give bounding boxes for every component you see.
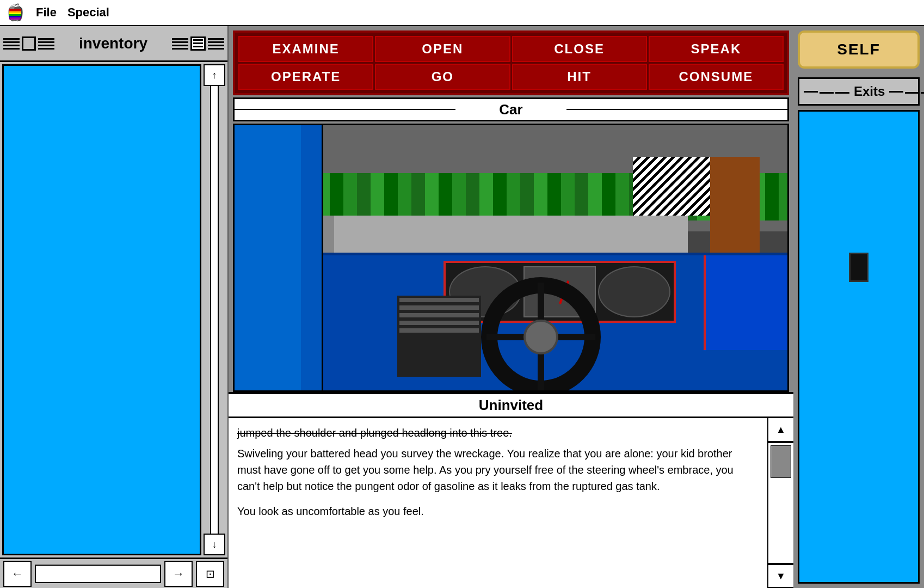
- dash-right-accent: [704, 255, 787, 350]
- self-button[interactable]: SELF: [798, 30, 920, 69]
- examine-button[interactable]: EXAMINE: [238, 36, 373, 62]
- text-scrollbar: ▲ ▼: [767, 418, 793, 588]
- right-panel: SELF Exits: [793, 26, 924, 588]
- consume-button[interactable]: CONSUME: [649, 64, 784, 90]
- car-body-left: [235, 125, 301, 390]
- hit-button[interactable]: HIT: [512, 64, 647, 90]
- line-6: [921, 92, 924, 94]
- open-button[interactable]: OPEN: [375, 36, 510, 62]
- down-arrow-icon: ↓: [212, 539, 217, 550]
- svg-rect-2: [9, 13, 21, 14]
- apple-logo-icon[interactable]: [5, 3, 25, 22]
- scroll-thumb[interactable]: [771, 445, 791, 478]
- inventory-header: inventory: [0, 26, 227, 62]
- center-panel: EXAMINE OPEN CLOSE SPEAK OPERATE GO HIT …: [229, 26, 793, 588]
- text-title: Uninvited: [229, 394, 793, 418]
- text-panel: Uninvited jumped the shoulder and plunge…: [229, 392, 793, 588]
- action-bar: EXAMINE OPEN CLOSE SPEAK OPERATE GO HIT …: [233, 30, 789, 95]
- lines-icon-left: [3, 38, 20, 50]
- text-content-wrapper: jumped the shoulder and plunged headlong…: [229, 418, 793, 588]
- inventory-bottom-bar: ← → ⊡: [0, 558, 227, 588]
- line-4: [889, 91, 903, 93]
- operate-button[interactable]: OPERATE: [238, 64, 373, 90]
- hatch-area: [633, 157, 710, 215]
- inventory-list[interactable]: [2, 64, 201, 555]
- doc-icon[interactable]: [190, 36, 206, 51]
- gauge-3: [598, 266, 670, 317]
- inv-left-button[interactable]: ←: [3, 561, 32, 587]
- exits-lines-right: [889, 89, 924, 94]
- text-scroll-down-button[interactable]: ▼: [768, 564, 793, 588]
- text-scroll-track: [768, 442, 793, 564]
- main-area: inventory ↑ ↓: [0, 26, 924, 588]
- lines-icon-far-right: [208, 38, 224, 50]
- exits-lines-left: [804, 89, 849, 94]
- game-image[interactable]: [233, 124, 789, 392]
- scroll-up-button[interactable]: ↑: [204, 64, 225, 86]
- inventory-scrollbar: ↑ ↓: [201, 62, 227, 558]
- svg-rect-3: [9, 14, 21, 16]
- lines-icon-right: [172, 38, 188, 50]
- inventory-content: ↑ ↓: [0, 62, 227, 558]
- steering-wheel: [481, 277, 601, 392]
- dashboard: [323, 253, 787, 390]
- line-1: [804, 91, 818, 93]
- location-name: Car: [492, 101, 529, 118]
- story-paragraph-2: You look as uncomfortable as you feel.: [237, 503, 759, 519]
- svg-rect-1: [9, 11, 21, 13]
- svg-rect-5: [9, 17, 21, 20]
- go-button[interactable]: GO: [375, 64, 510, 90]
- text-content: jumped the shoulder and plunged headlong…: [229, 418, 767, 588]
- car-pillar-a: [301, 125, 323, 390]
- copy-icon: ⊡: [206, 567, 215, 580]
- scroll-track: [210, 86, 219, 534]
- grid-icon[interactable]: [22, 36, 36, 51]
- line-5: [905, 92, 919, 94]
- svg-rect-4: [9, 16, 21, 17]
- exit-door-icon[interactable]: [849, 253, 868, 282]
- inventory-panel: inventory ↑ ↓: [0, 26, 229, 588]
- up-arrow-icon: ↑: [212, 70, 217, 81]
- svg-rect-0: [9, 9, 21, 11]
- scroll-down-button[interactable]: ↓: [204, 534, 225, 555]
- inv-copy-button[interactable]: ⊡: [196, 561, 224, 587]
- exits-label: Exits: [854, 84, 885, 99]
- exits-header: Exits: [798, 77, 920, 106]
- menubar: File Special: [0, 0, 924, 26]
- inv-text-field[interactable]: [35, 565, 161, 583]
- speak-button[interactable]: SPEAK: [649, 36, 784, 62]
- file-menu[interactable]: File: [36, 5, 57, 20]
- right-arrow-icon: →: [173, 567, 184, 581]
- location-bar: Car: [233, 97, 789, 121]
- gearshift-area: [397, 296, 481, 377]
- inventory-label: inventory: [57, 35, 170, 52]
- inv-right-button[interactable]: →: [164, 561, 193, 587]
- special-menu[interactable]: Special: [67, 5, 109, 20]
- left-arrow-icon: ←: [11, 567, 23, 581]
- game-scene: [235, 125, 787, 390]
- line-2: [820, 92, 834, 94]
- truncated-text: jumped the shoulder and plunged headlong…: [237, 425, 759, 441]
- text-scroll-up-button[interactable]: ▲: [768, 418, 793, 442]
- story-paragraph-1: Swiveling your battered head you survey …: [237, 445, 759, 494]
- close-button[interactable]: CLOSE: [512, 36, 647, 62]
- line-3: [835, 92, 849, 94]
- lines-icon-mid: [38, 38, 54, 50]
- exits-content: [798, 110, 920, 584]
